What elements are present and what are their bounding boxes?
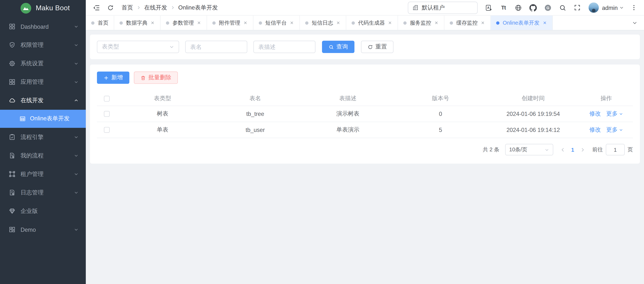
font-size-icon[interactable]: Tt (500, 4, 507, 11)
github-icon[interactable] (529, 4, 537, 11)
close-icon[interactable] (197, 21, 201, 25)
globe-icon[interactable] (514, 4, 522, 11)
gitee-icon[interactable]: G (544, 4, 552, 11)
close-icon[interactable] (388, 21, 392, 25)
table-name-input[interactable] (185, 41, 247, 53)
edit-link[interactable]: 修改 (589, 126, 601, 134)
tab-label: Online表单开发 (503, 19, 540, 27)
row-checkbox[interactable] (104, 111, 110, 117)
cell-created: 2024-01-06 19:19:54 (487, 111, 580, 117)
page-number[interactable]: 1 (571, 146, 574, 153)
sidebar-item-label: 租户管理 (20, 170, 74, 178)
data-table: 表类型 表名 表描述 版本号 创建时间 操作 树表 tb_tree 演示树表 0… (97, 92, 633, 138)
shield-check-icon (8, 42, 16, 48)
chevron-down-icon[interactable] (620, 6, 624, 10)
tab-service-monitor[interactable]: 服务监控 (398, 16, 444, 30)
page-size-select[interactable]: 10条/页 (505, 144, 553, 155)
row-checkbox[interactable] (104, 127, 110, 133)
sidebar-item-label: Online表单开发 (30, 115, 70, 123)
table-type-select[interactable]: 表类型 (97, 41, 179, 53)
tab-dot-icon (352, 21, 355, 25)
sidebar-item-label: 企业版 (20, 207, 78, 215)
select-all-checkbox[interactable] (104, 96, 110, 102)
breadcrumb-current: Online表单开发 (178, 4, 218, 11)
breadcrumb-online-dev[interactable]: 在线开发 (144, 4, 167, 11)
sidebar-item-my-workflow[interactable]: 我的流程 (0, 146, 86, 165)
tab-attachment-mgmt[interactable]: 附件管理 (207, 16, 254, 30)
edit-link[interactable]: 修改 (589, 110, 601, 118)
close-icon[interactable] (542, 21, 547, 25)
more-link[interactable]: 更多 (606, 110, 623, 118)
table-desc-input[interactable] (254, 41, 316, 53)
sidebar-item-online-dev[interactable]: 在线开发 (0, 91, 86, 110)
chevron-down-icon (74, 190, 78, 195)
table-icon (20, 116, 26, 122)
close-icon[interactable] (480, 21, 485, 25)
sidebar-collapse-icon[interactable] (93, 4, 100, 11)
content: 表类型 查询 重置 (86, 31, 644, 284)
tab-label: 缓存监控 (456, 19, 478, 27)
avatar[interactable] (588, 3, 599, 13)
more-menu-icon[interactable] (630, 4, 637, 11)
appstore-icon (8, 79, 16, 86)
sidebar-item-system-settings[interactable]: 系统设置 (0, 54, 86, 73)
tab-sms-log[interactable]: 短信日志 (300, 16, 346, 30)
close-icon[interactable] (336, 21, 340, 25)
sidebar-item-tenant-management[interactable]: 租户管理 (0, 165, 86, 183)
sidebar-item-demo[interactable]: Demo (0, 220, 86, 239)
tab-code-generator[interactable]: 代码生成器 (346, 16, 398, 30)
chevron-right-icon (170, 6, 175, 10)
sidebar-item-label: 日志管理 (20, 189, 74, 196)
sidebar-item-label: 系统设置 (20, 60, 74, 67)
topbar: 首页 在线开发 Online表单开发 默认租户 (86, 0, 644, 16)
grid-icon (8, 23, 16, 30)
column-header: 表名 (209, 95, 302, 102)
tab-actions-dropdown[interactable] (625, 16, 644, 30)
cell-table-type: 单表 (116, 126, 209, 134)
table-toolbar: 新增 批量删除 (97, 72, 633, 84)
cell-table-name: tb_user (209, 127, 302, 133)
tab-param-mgmt[interactable]: 参数管理 (160, 16, 207, 30)
tab-data-dict[interactable]: 数据字典 (114, 16, 160, 30)
close-icon[interactable] (243, 21, 248, 25)
tenant-select[interactable]: 默认租户 (408, 2, 478, 14)
tab-home[interactable]: 首页 (86, 16, 114, 30)
sidebar-item-workflow-engine[interactable]: 流程引擎 (0, 128, 86, 146)
chevron-down-icon (74, 135, 78, 139)
chevron-down-icon (169, 44, 174, 49)
batch-delete-button[interactable]: 批量删除 (134, 72, 178, 84)
goto-page-input[interactable] (606, 144, 624, 155)
add-button[interactable]: 新增 (97, 72, 130, 84)
fullscreen-icon[interactable] (574, 4, 581, 11)
translate-icon[interactable]: A (485, 4, 492, 11)
reset-button[interactable]: 重置 (361, 41, 394, 53)
tab-label: 数据字典 (126, 19, 148, 27)
sidebar-item-enterprise[interactable]: 企业版 (0, 202, 86, 220)
close-icon[interactable] (434, 21, 438, 25)
search-icon[interactable] (559, 4, 566, 11)
sidebar-item-app-management[interactable]: 应用管理 (0, 73, 86, 91)
next-page-icon[interactable] (580, 147, 585, 152)
filter-card: 表类型 查询 重置 (90, 35, 640, 59)
search-button[interactable]: 查询 (322, 41, 354, 53)
tab-online-form-dev[interactable]: Online表单开发 (491, 16, 553, 30)
more-link[interactable]: 更多 (606, 126, 623, 134)
tab-dot-icon (305, 21, 308, 25)
tab-sms-platform[interactable]: 短信平台 (254, 16, 300, 30)
breadcrumb-home[interactable]: 首页 (122, 4, 133, 11)
chevron-down-icon (74, 80, 78, 84)
main-area: 首页 在线开发 Online表单开发 默认租户 (86, 0, 644, 284)
tab-cache-monitor[interactable]: 缓存监控 (444, 16, 491, 30)
prev-page-icon[interactable] (560, 147, 566, 152)
sidebar-item-log-management[interactable]: 日志管理 (0, 183, 86, 202)
username[interactable]: admin (602, 4, 618, 11)
sidebar-item-permissions[interactable]: 权限管理 (0, 36, 86, 54)
close-icon[interactable] (290, 21, 294, 25)
cell-version: 5 (394, 127, 487, 133)
sidebar-item-online-form-dev[interactable]: Online表单开发 (0, 110, 86, 128)
close-icon[interactable] (150, 21, 155, 25)
refresh-icon[interactable] (107, 4, 114, 11)
chevron-down-icon (74, 172, 78, 176)
sidebar-item-dashboard[interactable]: Dashboard (0, 17, 86, 36)
logo[interactable]: Maku Boot (0, 0, 86, 17)
